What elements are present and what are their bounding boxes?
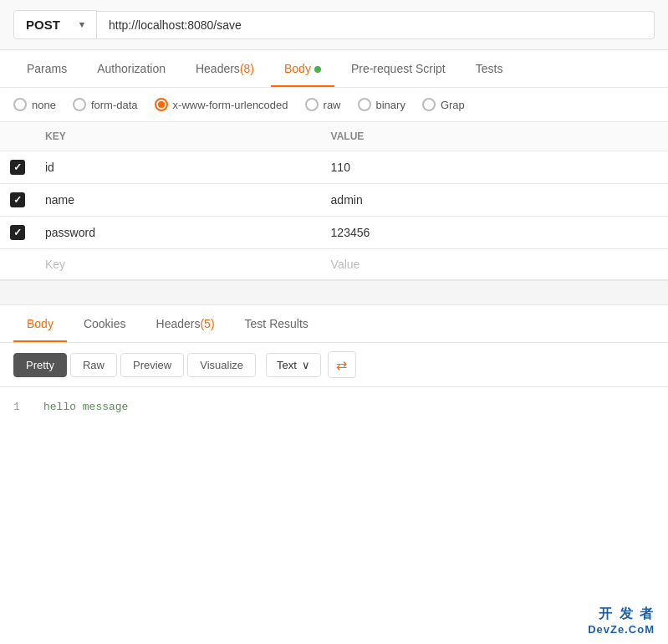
checkbox-0[interactable]: ✓ <box>10 160 25 175</box>
table-row: ✓ name admin <box>0 184 668 217</box>
row-value-1[interactable]: admin <box>321 184 668 217</box>
text-select-chevron: ∨ <box>302 359 310 371</box>
tab-prerequest[interactable]: Pre-request Script <box>338 50 459 87</box>
option-raw[interactable]: raw <box>305 98 341 111</box>
option-binary[interactable]: binary <box>358 98 405 111</box>
table-row: ✓ id 110 <box>0 151 668 184</box>
tab-headers[interactable]: Headers(8) <box>182 50 268 87</box>
row-value-0[interactable]: 110 <box>321 151 668 184</box>
radio-binary <box>358 98 371 111</box>
col-check <box>0 122 35 151</box>
method-chevron: ▾ <box>79 19 84 30</box>
code-line-1: 1 hello message <box>13 401 655 413</box>
response-tab-cookies[interactable]: Cookies <box>70 305 140 342</box>
row-key-0[interactable]: id <box>35 151 321 184</box>
text-select[interactable]: Text ∨ <box>266 353 321 377</box>
tab-params[interactable]: Params <box>13 50 80 87</box>
option-form-data[interactable]: form-data <box>73 98 138 111</box>
wrap-button[interactable]: ⇄ <box>328 351 356 378</box>
placeholder-check <box>0 249 35 280</box>
url-input[interactable] <box>97 11 655 39</box>
table-row-placeholder: Key Value <box>0 249 668 280</box>
format-visualize[interactable]: Visualize <box>187 353 256 377</box>
option-x-www-form-urlencoded[interactable]: x-www-form-urlencoded <box>155 98 288 111</box>
text-select-label: Text <box>277 359 297 371</box>
radio-form-data <box>73 98 86 111</box>
body-type-options: none form-data x-www-form-urlencoded raw… <box>0 88 668 122</box>
format-raw[interactable]: Raw <box>70 353 117 377</box>
url-bar: POST ▾ <box>0 0 668 50</box>
tab-tests[interactable]: Tests <box>462 50 517 87</box>
row-key-2[interactable]: password <box>35 217 321 249</box>
row-checkbox-2[interactable]: ✓ <box>0 217 35 249</box>
row-key-1[interactable]: name <box>35 184 321 217</box>
placeholder-key[interactable]: Key <box>35 249 321 280</box>
col-key: KEY <box>35 122 321 151</box>
radio-raw <box>305 98 319 111</box>
request-tabs: Params Authorization Headers(8) Body Pre… <box>0 50 668 88</box>
method-label: POST <box>26 18 60 32</box>
body-dot <box>314 66 321 73</box>
table-row: ✓ password 123456 <box>0 217 668 249</box>
line-number-1: 1 <box>13 401 30 413</box>
radio-none <box>13 98 27 111</box>
format-row: Pretty Raw Preview Visualize Text ∨ ⇄ <box>0 343 668 387</box>
tab-body[interactable]: Body <box>271 50 334 87</box>
method-dropdown[interactable]: POST ▾ <box>13 10 97 39</box>
code-area: 1 hello message <box>0 387 668 427</box>
response-tab-body[interactable]: Body <box>13 305 67 342</box>
response-tab-testresults[interactable]: Test Results <box>232 305 322 342</box>
checkbox-2[interactable]: ✓ <box>10 225 25 240</box>
row-checkbox-1[interactable]: ✓ <box>0 184 35 217</box>
radio-x-www-form-urlencoded <box>155 98 168 111</box>
row-checkbox-0[interactable]: ✓ <box>0 151 35 184</box>
format-pretty[interactable]: Pretty <box>13 353 67 377</box>
response-section: Body Cookies Headers(5) Test Results Pre… <box>0 305 668 427</box>
option-none[interactable]: none <box>13 98 56 111</box>
placeholder-value[interactable]: Value <box>321 249 668 280</box>
format-preview[interactable]: Preview <box>120 353 184 377</box>
section-divider <box>0 280 668 305</box>
code-content-1: hello message <box>43 401 128 413</box>
tab-authorization[interactable]: Authorization <box>84 50 179 87</box>
response-tabs: Body Cookies Headers(5) Test Results <box>0 305 668 343</box>
checkbox-1[interactable]: ✓ <box>10 192 25 207</box>
option-graphql[interactable]: Grap <box>422 98 465 111</box>
response-tab-headers[interactable]: Headers(5) <box>143 305 228 342</box>
params-table: KEY VALUE ✓ id 110 ✓ name admin ✓ <box>0 122 668 280</box>
radio-graphql <box>422 98 436 111</box>
row-value-2[interactable]: 123456 <box>321 217 668 249</box>
col-value: VALUE <box>321 122 668 151</box>
